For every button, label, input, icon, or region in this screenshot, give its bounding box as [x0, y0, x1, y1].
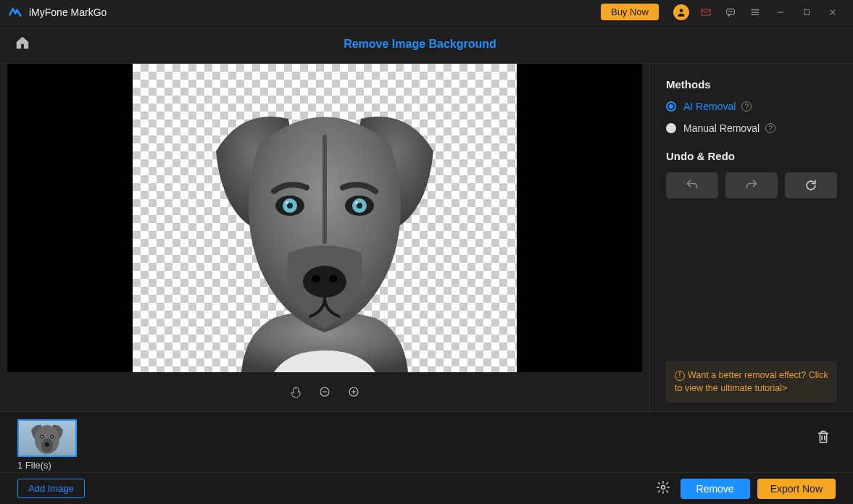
methods-title: Methods	[666, 78, 837, 91]
svg-point-21	[355, 201, 358, 204]
method-label: AI Removal	[683, 101, 736, 112]
app-logo-icon	[7, 4, 23, 20]
bottom-panel: 1 File(s) Add Image Remove Export Now	[0, 411, 853, 504]
zoom-out-button[interactable]	[318, 385, 331, 398]
reset-button[interactable]	[785, 172, 837, 198]
tip-text: Want a better removal effect? Click to v…	[675, 370, 828, 394]
svg-point-0	[680, 9, 683, 12]
app-title: iMyFone MarkGo	[29, 7, 107, 18]
page-title: Remove Image Background	[1, 38, 839, 51]
footer-bar: Add Image Remove Export Now	[0, 472, 853, 504]
zoom-in-button[interactable]	[347, 385, 360, 398]
canvas[interactable]	[7, 64, 642, 372]
titlebar: iMyFone MarkGo Buy Now	[0, 0, 853, 25]
svg-point-33	[51, 436, 53, 437]
canvas-area	[0, 64, 650, 411]
redo-button[interactable]	[725, 172, 778, 198]
subject-image	[172, 86, 477, 372]
toolbar: Remove Image Background	[0, 25, 853, 64]
method-ai-removal[interactable]: AI Removal ?	[666, 101, 837, 112]
feedback-icon[interactable]	[722, 4, 739, 21]
svg-point-11	[303, 266, 346, 298]
image-preview	[133, 64, 517, 372]
mail-icon[interactable]	[697, 4, 715, 21]
minimize-button[interactable]	[772, 4, 789, 21]
svg-point-12	[312, 275, 320, 282]
canvas-controls	[0, 372, 649, 411]
svg-point-32	[41, 436, 43, 437]
file-count: 1 File(s)	[0, 457, 853, 472]
info-icon: !	[675, 371, 685, 381]
tutorial-tip[interactable]: !Want a better removal effect? Click to …	[666, 361, 837, 403]
svg-point-29	[45, 442, 49, 447]
svg-rect-8	[804, 9, 810, 14]
svg-point-17	[286, 201, 288, 204]
svg-rect-1	[702, 9, 710, 15]
help-icon[interactable]: ?	[765, 123, 775, 133]
menu-icon[interactable]	[746, 4, 764, 21]
buy-now-button[interactable]: Buy Now	[601, 4, 659, 20]
svg-point-34	[661, 485, 665, 489]
main-area: Methods AI Removal ? Manual Removal ? Un…	[0, 64, 853, 411]
undo-button[interactable]	[666, 172, 718, 198]
close-button[interactable]	[824, 4, 841, 21]
remove-button[interactable]: Remove	[681, 479, 750, 499]
undo-redo-title: Undo & Redo	[666, 150, 837, 162]
radio-icon	[666, 123, 676, 133]
svg-point-13	[329, 275, 338, 282]
pan-tool-button[interactable]	[289, 385, 302, 398]
radio-icon	[666, 101, 676, 112]
add-image-button[interactable]: Add Image	[17, 479, 85, 498]
method-label: Manual Removal	[683, 122, 760, 134]
thumbnail-item[interactable]	[17, 419, 77, 457]
maximize-button[interactable]	[798, 4, 815, 21]
sidebar: Methods AI Removal ? Manual Removal ? Un…	[650, 64, 853, 411]
help-icon[interactable]: ?	[741, 101, 752, 112]
method-manual-removal[interactable]: Manual Removal ?	[666, 122, 837, 134]
account-button[interactable]	[673, 4, 690, 21]
settings-button[interactable]	[656, 480, 670, 497]
export-button[interactable]: Export Now	[757, 479, 836, 499]
delete-button[interactable]	[815, 429, 831, 448]
undo-redo-section: Undo & Redo	[666, 150, 837, 198]
thumbnail-strip	[0, 412, 853, 457]
